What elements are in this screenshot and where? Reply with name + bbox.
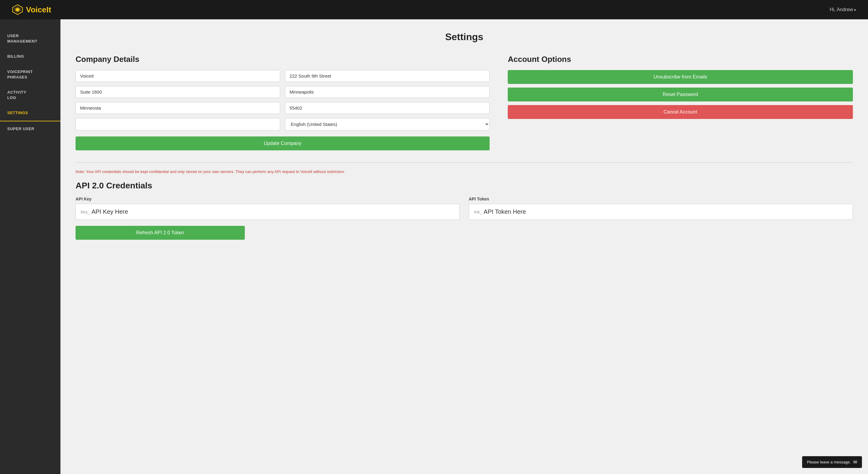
logo-voice: Voice (26, 5, 46, 14)
country-input[interactable] (75, 118, 280, 130)
api-key-display[interactable]: key_ API Key Here (75, 204, 460, 220)
unsubscribe-emails-button[interactable]: Unsubscribe from Emails (508, 70, 853, 84)
logo-text: VoiceIt (26, 5, 51, 14)
reset-password-button[interactable]: Reset Password (508, 88, 853, 101)
form-row-4: English (United States) (75, 118, 490, 130)
main-content: Settings Company Details (60, 19, 868, 474)
update-company-button[interactable]: Update Company (75, 136, 490, 150)
state-input[interactable] (75, 102, 280, 114)
company-details-section: Company Details English (United S (75, 55, 490, 150)
api-key-value: API Key Here (92, 208, 128, 215)
chat-widget[interactable]: Please leave a message. ✉ (802, 456, 862, 468)
api-token-field: API Token tok_ API Token Here (469, 197, 853, 220)
zip-input[interactable] (285, 102, 490, 114)
api-key-field: API Key key_ API Key Here (75, 197, 460, 220)
app-body: UserManagement Billing VoiceprintPhrases… (0, 19, 868, 474)
logo: VoiceIt (12, 4, 51, 15)
city-input[interactable] (285, 86, 490, 98)
section-divider (75, 162, 853, 163)
api-token-prefix: tok_ (474, 209, 483, 214)
sidebar: UserManagement Billing VoiceprintPhrases… (0, 19, 60, 474)
address1-input[interactable] (285, 70, 490, 82)
api-token-value: API Token Here (484, 208, 526, 215)
api-section-title: API 2.0 Credentials (75, 181, 853, 191)
page-title: Settings (75, 31, 853, 42)
api-fields-row: API Key key_ API Key Here API Token tok_… (75, 197, 853, 220)
account-options-title: Account Options (508, 55, 853, 64)
address2-input[interactable] (75, 86, 280, 98)
api-note: Note: Your API credentials should be kep… (75, 169, 853, 175)
settings-top: Company Details English (United S (75, 55, 853, 150)
api-key-label: API Key (75, 197, 460, 201)
api-token-label: API Token (469, 197, 853, 201)
sidebar-item-voiceprint-phrases[interactable]: VoiceprintPhrases (0, 64, 60, 85)
api-key-prefix: key_ (81, 209, 90, 214)
form-row-1 (75, 70, 490, 82)
chat-widget-label: Please leave a message. (807, 460, 851, 464)
user-greeting[interactable]: Hi, Andrew (830, 7, 856, 12)
company-name-input[interactable] (75, 70, 280, 82)
company-details-title: Company Details (75, 55, 490, 64)
cancel-account-button[interactable]: Cancel Account (508, 105, 853, 119)
sidebar-item-activity-log[interactable]: ActivityLog (0, 85, 60, 105)
language-select[interactable]: English (United States) (285, 118, 490, 130)
account-options-section: Account Options Unsubscribe from Emails … (508, 55, 853, 150)
sidebar-item-billing[interactable]: Billing (0, 49, 60, 64)
logo-it: It (46, 5, 51, 14)
refresh-api-token-button[interactable]: Refresh API 2.0 Token (75, 226, 245, 240)
sidebar-item-settings[interactable]: Settings (0, 105, 60, 121)
form-row-2 (75, 86, 490, 98)
sidebar-item-user-management[interactable]: UserManagement (0, 28, 60, 49)
envelope-icon: ✉ (853, 459, 857, 465)
header: VoiceIt Hi, Andrew (0, 0, 868, 19)
form-row-3 (75, 102, 490, 114)
voiceit-logo-icon (12, 4, 23, 15)
sidebar-item-super-user[interactable]: Super User (0, 122, 60, 136)
api-token-display[interactable]: tok_ API Token Here (469, 204, 853, 220)
